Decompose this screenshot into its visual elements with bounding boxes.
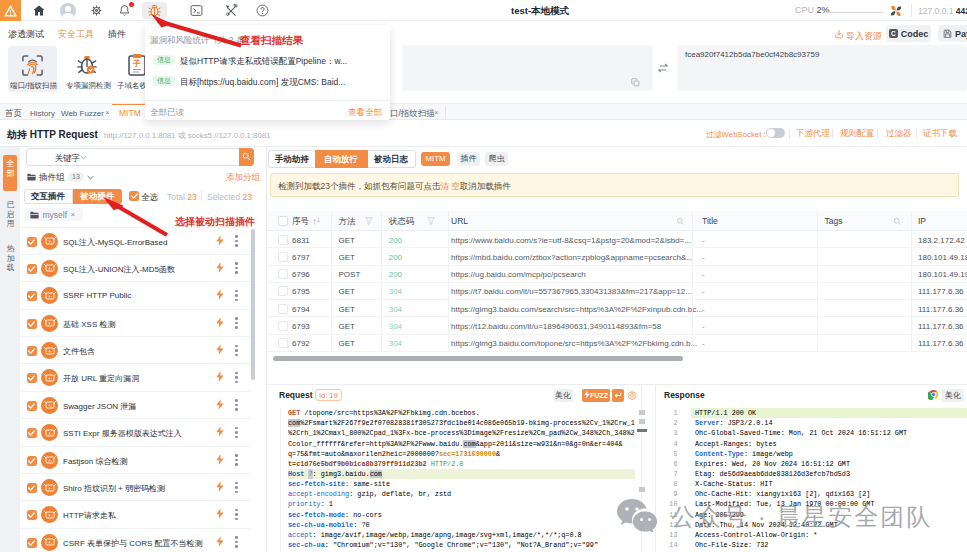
- svg-text:子: 子: [132, 59, 141, 68]
